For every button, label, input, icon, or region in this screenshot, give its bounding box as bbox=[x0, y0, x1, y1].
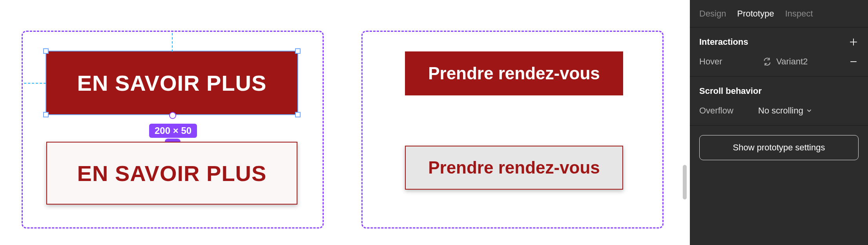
interactions-header: Interactions bbox=[699, 37, 859, 47]
variant-button-primary[interactable]: EN SAVOIR PLUS bbox=[46, 51, 297, 114]
scroll-behavior-title: Scroll behavior bbox=[699, 86, 859, 96]
interactions-section: Interactions Hover Variant2 bbox=[690, 27, 868, 77]
add-interaction-button[interactable] bbox=[848, 37, 859, 47]
overflow-label: Overflow bbox=[699, 106, 746, 116]
chevron-down-icon bbox=[806, 108, 812, 113]
component-set-a[interactable]: EN SAVOIR PLUS 200 × 50 EN SAVOIR PLUS bbox=[22, 31, 324, 229]
overflow-dropdown[interactable]: No scrolling bbox=[758, 106, 812, 116]
dimensions-badge: 200 × 50 bbox=[149, 124, 197, 138]
button-label: Prendre rendez-vous bbox=[428, 64, 600, 83]
overflow-row: Overflow No scrolling bbox=[699, 106, 859, 116]
button-label: EN SAVOIR PLUS bbox=[77, 161, 267, 186]
resize-knob[interactable] bbox=[169, 112, 176, 119]
variant-button-primary[interactable]: Prendre rendez-vous bbox=[405, 51, 623, 95]
button-label: EN SAVOIR PLUS bbox=[77, 70, 267, 96]
button-label: Prendre rendez-vous bbox=[428, 158, 600, 177]
scrollbar-thumb[interactable] bbox=[683, 165, 687, 199]
remove-interaction-button[interactable] bbox=[848, 57, 859, 67]
interaction-row[interactable]: Hover Variant2 bbox=[699, 57, 859, 67]
component-set-b[interactable]: Prendre rendez-vous Prendre rendez-vous bbox=[361, 31, 664, 229]
alignment-guide-horizontal bbox=[24, 83, 46, 84]
tab-inspect[interactable]: Inspect bbox=[785, 9, 813, 19]
tab-design[interactable]: Design bbox=[699, 9, 726, 19]
variant-button-secondary[interactable]: Prendre rendez-vous bbox=[405, 146, 623, 190]
minus-icon bbox=[850, 58, 857, 66]
interactions-title: Interactions bbox=[699, 37, 748, 47]
interaction-trigger: Hover bbox=[699, 57, 722, 67]
show-prototype-settings-button[interactable]: Show prototype settings bbox=[699, 135, 859, 160]
interaction-action: Variant2 bbox=[776, 57, 808, 67]
design-canvas[interactable]: EN SAVOIR PLUS 200 × 50 EN SAVOIR PLUS P… bbox=[0, 0, 690, 245]
inspector-panel: Design Prototype Inspect Interactions Ho… bbox=[690, 0, 868, 245]
swap-icon bbox=[763, 57, 771, 66]
inspector-tabs: Design Prototype Inspect bbox=[690, 0, 868, 27]
scroll-behavior-section: Scroll behavior Overflow No scrolling bbox=[690, 77, 868, 126]
plus-icon bbox=[850, 38, 857, 46]
tab-prototype[interactable]: Prototype bbox=[737, 9, 774, 19]
overflow-value: No scrolling bbox=[758, 106, 803, 116]
dimensions-text: 200 × 50 bbox=[155, 125, 191, 136]
show-prototype-settings-label: Show prototype settings bbox=[733, 143, 825, 153]
alignment-guide-vertical bbox=[172, 33, 173, 52]
variant-button-secondary[interactable]: EN SAVOIR PLUS bbox=[46, 142, 297, 205]
